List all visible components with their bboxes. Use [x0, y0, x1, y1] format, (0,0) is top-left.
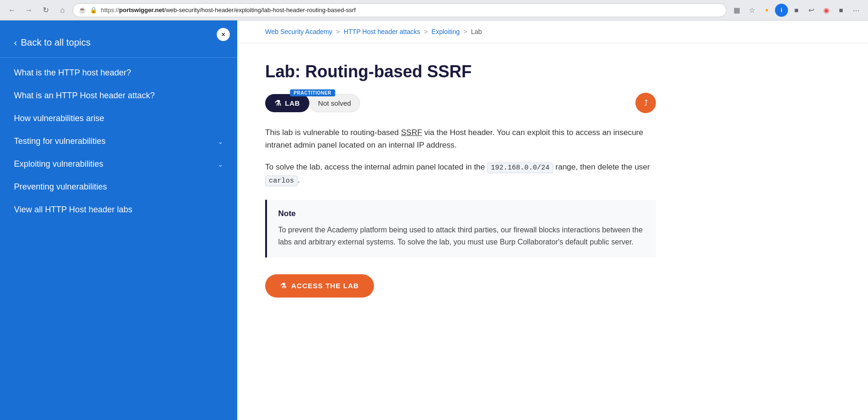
- breadcrumb-http-host[interactable]: HTTP Host header attacks: [344, 28, 421, 35]
- instruction-suffix: .: [298, 176, 300, 184]
- puzzle-button[interactable]: ■: [835, 4, 848, 17]
- practitioner-label: PRACTITIONER: [290, 89, 335, 96]
- sidebar-item-how-vulnerabilities-arise[interactable]: How vulnerabilities arise: [0, 107, 237, 130]
- share-icon: ⤴: [644, 98, 648, 108]
- browser-actions: ▦ ☆ 🔸 i ■ ↩ ◉ ■ ⋯: [730, 4, 862, 17]
- sidebar-item-view-all-labs[interactable]: View all HTTP Host header labs: [0, 198, 237, 221]
- page-container: × ‹ Back to all topics What is the HTTP …: [0, 20, 868, 420]
- chevron-down-icon: ⌄: [218, 161, 223, 168]
- home-button[interactable]: ⌂: [56, 4, 69, 17]
- ssrf-link[interactable]: SSRF: [401, 128, 422, 137]
- note-title: Note: [278, 209, 645, 218]
- lock-icon: 🔒: [90, 7, 97, 14]
- lab-title: Lab: Routing-based SSRF: [265, 62, 656, 81]
- lab-instruction: To solve the lab, access the internal ad…: [265, 161, 656, 187]
- lab-badge: ⚗ LAB: [265, 94, 309, 112]
- sidebar-item-host-header-attack[interactable]: What is an HTTP Host header attack?: [0, 84, 237, 107]
- badge-group: ⚗ LAB Not solved: [265, 94, 360, 112]
- lab-badge-row: PRACTITIONER ⚗ LAB Not solved ⤴: [265, 93, 656, 113]
- extension-button[interactable]: 🔸: [760, 4, 773, 17]
- breadcrumb-wsa[interactable]: Web Security Academy: [265, 28, 332, 35]
- share-button[interactable]: ⤴: [635, 93, 656, 113]
- breadcrumb: Web Security Academy > HTTP Host header …: [237, 20, 868, 43]
- main-content: Web Security Academy > HTTP Host header …: [237, 20, 868, 420]
- sidebar-item-label: View all HTTP Host header labs: [14, 205, 132, 215]
- breadcrumb-sep-1: >: [336, 28, 340, 35]
- account-button[interactable]: i: [775, 4, 788, 17]
- more-button[interactable]: ⋯: [849, 4, 862, 17]
- instruction-prefix: To solve the lab, access the internal ad…: [265, 163, 485, 171]
- reload-button[interactable]: ↻: [39, 4, 52, 17]
- note-text: To prevent the Academy platform being us…: [278, 224, 645, 248]
- sidebar: × ‹ Back to all topics What is the HTTP …: [0, 20, 237, 420]
- undo-button[interactable]: ↩: [805, 4, 818, 17]
- lab-content-area: Lab: Routing-based SSRF PRACTITIONER ⚗ L…: [237, 43, 684, 316]
- flask-icon: ⚗: [274, 99, 281, 108]
- breadcrumb-sep-2: >: [424, 28, 427, 35]
- ip-range-code: 192.168.0.0/24: [487, 163, 553, 173]
- breadcrumb-exploiting[interactable]: Exploiting: [432, 28, 460, 35]
- lab-badge-wrapper: PRACTITIONER ⚗ LAB Not solved: [265, 94, 360, 112]
- sidebar-item-label: Testing for vulnerabilities: [14, 136, 106, 146]
- note-box: Note To prevent the Academy platform bei…: [265, 200, 656, 257]
- sidebar-item-exploiting-vulnerabilities[interactable]: Exploiting vulnerabilities ⌄: [0, 153, 237, 176]
- lab-badge-label: LAB: [285, 99, 300, 107]
- lab-description: This lab is vulnerable to routing-based …: [265, 126, 656, 151]
- qr-button[interactable]: ▦: [730, 4, 743, 17]
- instruction-middle: range, then delete the user: [555, 163, 650, 171]
- back-label: Back to all topics: [21, 37, 91, 48]
- sidebar-item-testing-vulnerabilities[interactable]: Testing for vulnerabilities ⌄: [0, 130, 237, 153]
- breadcrumb-lab: Lab: [471, 28, 481, 35]
- access-lab-label: ACCESS THE LAB: [291, 282, 359, 290]
- sidebar-item-label: Preventing vulnerabilities: [14, 182, 107, 192]
- breadcrumb-sep-3: >: [463, 28, 467, 35]
- sidebar-item-what-is-host-header[interactable]: What is the HTTP host header?: [0, 61, 237, 84]
- security-icon: ☕: [79, 7, 86, 14]
- bookmark-button[interactable]: ☆: [745, 4, 758, 17]
- browser-chrome: ← → ↻ ⌂ ☕ 🔒 https://portswigger.net/web-…: [0, 0, 868, 20]
- sidebar-close-button[interactable]: ×: [217, 28, 230, 41]
- back-arrow-icon: ‹: [14, 37, 17, 48]
- sidebar-item-label: How vulnerabilities arise: [14, 114, 104, 123]
- back-button[interactable]: ←: [6, 4, 19, 17]
- access-lab-button[interactable]: ⚗ ACCESS THE LAB: [265, 274, 374, 298]
- not-solved-badge: Not solved: [309, 94, 360, 112]
- forward-button[interactable]: →: [22, 4, 35, 17]
- sidebar-item-label: What is the HTTP host header?: [14, 68, 131, 78]
- sidebar-item-label: What is an HTTP Host header attack?: [14, 91, 155, 101]
- sidebar-item-label: Exploiting vulnerabilities: [14, 159, 103, 169]
- sidebar-item-preventing-vulnerabilities[interactable]: Preventing vulnerabilities: [0, 176, 237, 198]
- url-display: https://portswigger.net/web-security/hos…: [101, 7, 356, 14]
- sidebar-back-link[interactable]: ‹ Back to all topics: [0, 30, 237, 58]
- address-bar[interactable]: ☕ 🔒 https://portswigger.net/web-security…: [73, 3, 727, 17]
- avatar-button[interactable]: ◉: [820, 4, 833, 17]
- extensions-menu[interactable]: ■: [790, 4, 803, 17]
- username-code: carlos: [265, 176, 298, 186]
- chevron-down-icon: ⌄: [218, 138, 223, 145]
- flask-icon-btn: ⚗: [280, 282, 287, 290]
